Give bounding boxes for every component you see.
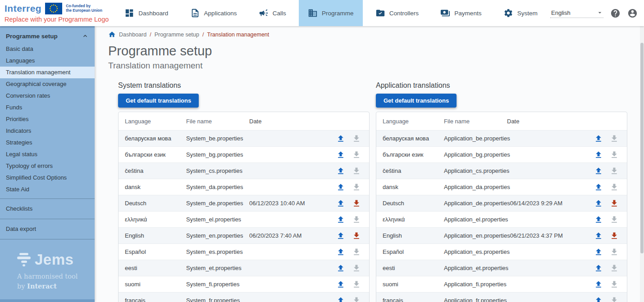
home-icon[interactable] (108, 31, 116, 38)
language-cell: dansk (119, 184, 186, 190)
sidebar-item-data-export[interactable]: Data export (0, 222, 95, 236)
download-icon (352, 248, 361, 257)
nav-item-applications[interactable]: Applications (181, 0, 246, 26)
row-actions (329, 167, 369, 176)
upload-icon[interactable] (594, 231, 603, 240)
jems-footer: Jems A harmonised tool by Interact (0, 251, 95, 291)
sidebar-item-simplified-cost-options[interactable]: Simplified Cost Options (0, 172, 95, 184)
row-actions (586, 280, 627, 289)
sidebar-item-geographical-coverage[interactable]: Geographical coverage (0, 78, 95, 90)
sidebar-item-basic-data[interactable]: Basic data (0, 43, 95, 55)
breadcrumb-programme-setup[interactable]: Programme setup (155, 32, 199, 38)
breadcrumb-dashboard[interactable]: Dashboard (119, 32, 146, 38)
account-icon[interactable] (627, 8, 638, 18)
nav-item-dashboard[interactable]: Dashboard (115, 0, 177, 26)
top-bar: Interreg Co-funded by the European Union… (0, 0, 644, 26)
upload-icon[interactable] (594, 183, 603, 192)
get-default-translations-button[interactable]: Get default translations (118, 94, 199, 108)
upload-icon[interactable] (594, 296, 603, 302)
upload-icon[interactable] (336, 231, 345, 240)
row-actions (586, 134, 627, 143)
sidebar-item-typology-of-errors[interactable]: Typology of errors (0, 160, 95, 172)
upload-icon[interactable] (594, 248, 603, 257)
download-icon[interactable] (610, 199, 619, 208)
sidebar-item-legal-status[interactable]: Legal status (0, 149, 95, 160)
download-icon (610, 264, 619, 273)
table-row-application-en-properties: EnglishApplication_en.properties06/21/20… (376, 227, 627, 243)
nav-item-calls[interactable]: Calls (250, 0, 295, 26)
download-icon[interactable] (352, 199, 361, 208)
file-name-cell: Application_fi.properties (444, 281, 507, 288)
upload-icon[interactable] (594, 167, 603, 176)
language-select[interactable]: English (550, 8, 603, 18)
table-rows: беларуская моваApplication_be.properties… (376, 130, 627, 302)
jems-hive-icon (17, 253, 31, 266)
panel-title: System translations (118, 81, 370, 90)
language-cell: eesti (376, 265, 444, 271)
nav-item-label: Calls (273, 10, 286, 17)
language-cell: беларуская мова (376, 135, 444, 142)
upload-icon[interactable] (336, 215, 345, 224)
sidebar-scrollbar[interactable] (0, 299, 95, 302)
table-row-system-fi-properties: suomiSystem_fi.properties (119, 276, 369, 292)
sidebar-item-conversion-rates[interactable]: Conversion rates (0, 90, 95, 102)
sidebar-item-funds[interactable]: Funds (0, 102, 95, 113)
panel-title: Application translations (376, 81, 627, 90)
upload-icon[interactable] (594, 199, 603, 208)
help-icon[interactable] (610, 8, 621, 18)
download-icon[interactable] (352, 231, 361, 240)
table-row-application-es-properties: EspañolApplication_es.properties (376, 243, 627, 260)
upload-icon[interactable] (336, 199, 345, 208)
nav-item-label: Dashboard (138, 10, 168, 17)
table-header: Language File name Date (376, 112, 627, 130)
sidebar-item-strategies[interactable]: Strategies (0, 137, 95, 149)
sidebar-extra-items: ChecklistsData export (0, 202, 95, 239)
file-name-cell: System_fr.properties (186, 297, 249, 302)
download-icon (610, 248, 619, 257)
upload-icon[interactable] (336, 280, 345, 289)
download-icon (610, 183, 619, 192)
file-name-cell: Application_bg.properties (444, 151, 510, 158)
upload-icon[interactable] (336, 264, 345, 273)
upload-icon[interactable] (594, 134, 603, 143)
upload-icon[interactable] (336, 150, 345, 159)
upload-icon[interactable] (336, 296, 345, 302)
sidebar-item-indicators[interactable]: Indicators (0, 125, 95, 137)
sidebar-item-priorities[interactable]: Priorities (0, 113, 95, 125)
language-cell: English (376, 232, 444, 239)
page-scrollbar-thumb[interactable] (640, 43, 644, 253)
sidebar-section-programme-setup[interactable]: Programme setup (0, 28, 95, 43)
upload-icon[interactable] (594, 215, 603, 224)
sidebar-item-translation-management[interactable]: Translation management (0, 67, 95, 78)
table-rows: беларуская моваSystem_be.propertiesбълга… (119, 130, 369, 302)
download-icon[interactable] (610, 231, 619, 240)
table-row-system-cs-properties: češtinaSystem_cs.properties (119, 162, 369, 179)
upload-icon[interactable] (594, 280, 603, 289)
nav-item-label: Payments (454, 10, 481, 17)
sidebar-item-languages[interactable]: Languages (0, 55, 95, 67)
upload-icon[interactable] (594, 264, 603, 273)
download-icon (352, 150, 361, 159)
get-default-translations-button[interactable]: Get default translations (376, 94, 457, 108)
top-right-controls: English (550, 0, 644, 26)
system-icon (503, 8, 513, 18)
table-row-system-es-properties: EspañolSystem_es.properties (119, 243, 369, 260)
row-actions (329, 183, 369, 192)
upload-icon[interactable] (336, 167, 345, 176)
upload-icon[interactable] (594, 150, 603, 159)
upload-icon[interactable] (336, 134, 345, 143)
file-name-cell: Application_cs.properties (444, 167, 509, 174)
upload-icon[interactable] (336, 248, 345, 257)
row-actions (586, 296, 627, 302)
sidebar-item-checklists[interactable]: Checklists (0, 202, 95, 216)
nav-item-programme[interactable]: Programme (299, 0, 363, 26)
nav-item-controllers[interactable]: Controllers (366, 0, 428, 26)
language-cell: ελληνικά (119, 216, 186, 223)
page-scrollbar[interactable] (640, 26, 644, 302)
upload-icon[interactable] (336, 183, 345, 192)
file-name-cell: Application_en.properties (444, 232, 510, 239)
nav-item-system[interactable]: System (494, 0, 547, 26)
nav-item-payments[interactable]: Payments (431, 0, 490, 26)
file-name-cell: System_fi.properties (186, 281, 249, 288)
sidebar-item-state-aid[interactable]: State Aid (0, 184, 95, 195)
